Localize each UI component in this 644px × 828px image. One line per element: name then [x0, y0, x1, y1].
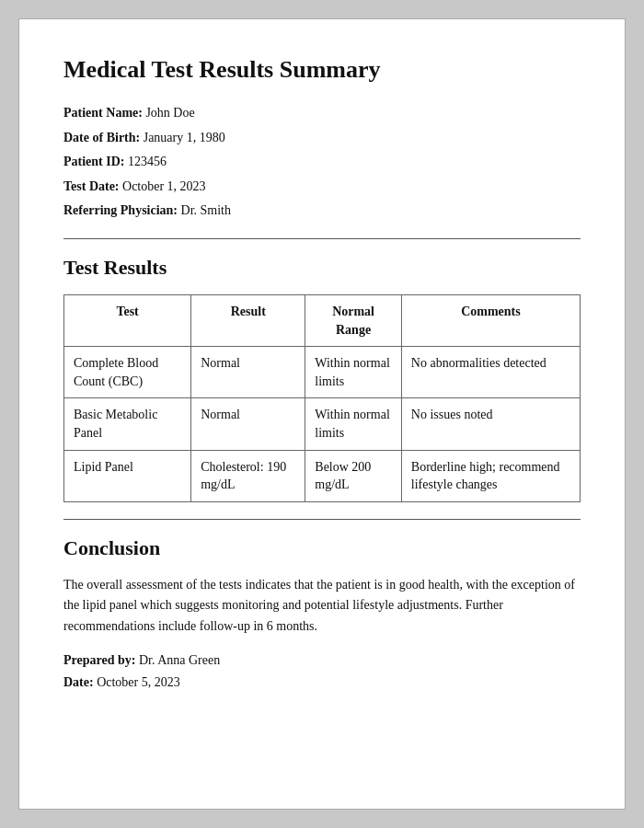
- page-container: Medical Test Results Summary Patient Nam…: [18, 18, 626, 810]
- test-date-label: Test Date:: [63, 179, 120, 193]
- patient-id-value: 123456: [128, 155, 167, 168]
- cell-normal_range-1: Within normal limits: [305, 398, 402, 450]
- cell-result-0: Normal: [191, 347, 305, 398]
- patient-name-row: Patient Name: John Doe: [63, 104, 581, 122]
- conclusion-date-row: Date: October 5, 2023: [63, 675, 581, 690]
- physician-label: Referring Physician:: [63, 203, 178, 217]
- cell-test-0: Complete Blood Count (CBC): [64, 347, 191, 398]
- conclusion-date-label: Date:: [63, 675, 94, 689]
- col-header-result: Result: [191, 294, 305, 346]
- cell-result-2: Cholesterol: 190 mg/dL: [191, 450, 305, 501]
- patient-dob-row: Date of Birth: January 1, 1980: [63, 129, 581, 147]
- prepared-by-label: Prepared by:: [63, 653, 135, 667]
- physician-row: Referring Physician: Dr. Smith: [63, 201, 581, 220]
- col-header-normal-range: Normal Range: [305, 294, 402, 346]
- patient-id-row: Patient ID: 123456: [63, 153, 581, 171]
- prepared-by-row: Prepared by: Dr. Anna Green: [63, 653, 581, 668]
- prepared-by-value: Dr. Anna Green: [139, 653, 220, 667]
- test-results-title: Test Results: [63, 256, 581, 280]
- page-title: Medical Test Results Summary: [63, 56, 581, 84]
- conclusion-date-value: October 5, 2023: [97, 675, 180, 689]
- test-date-value: October 1, 2023: [122, 179, 206, 193]
- patient-dob-value: January 1, 1980: [144, 131, 225, 144]
- cell-result-1: Normal: [191, 398, 305, 450]
- patient-info-section: Patient Name: John Doe Date of Birth: Ja…: [63, 104, 581, 220]
- cell-test-1: Basic Metabolic Panel: [64, 398, 191, 450]
- col-header-comments: Comments: [401, 294, 580, 346]
- divider-2: [63, 519, 581, 520]
- patient-name-label: Patient Name:: [63, 106, 143, 120]
- test-results-section: Test Results Test Result Normal Range Co…: [63, 256, 581, 502]
- divider-1: [63, 238, 581, 239]
- conclusion-text: The overall assessment of the tests indi…: [63, 575, 581, 637]
- col-header-test: Test: [64, 294, 191, 346]
- patient-id-label: Patient ID:: [63, 155, 125, 168]
- cell-comments-2: Borderline high; recommend lifestyle cha…: [401, 450, 580, 501]
- table-row: Lipid PanelCholesterol: 190 mg/dLBelow 2…: [64, 450, 581, 501]
- test-date-row: Test Date: October 1, 2023: [63, 178, 581, 196]
- table-header-row: Test Result Normal Range Comments: [64, 294, 581, 346]
- conclusion-title: Conclusion: [63, 536, 581, 560]
- results-table: Test Result Normal Range Comments Comple…: [63, 294, 581, 502]
- conclusion-section: Conclusion The overall assessment of the…: [63, 536, 581, 690]
- cell-comments-1: No issues noted: [401, 398, 580, 450]
- physician-value: Dr. Smith: [181, 203, 231, 217]
- patient-dob-label: Date of Birth:: [63, 131, 140, 144]
- cell-normal_range-2: Below 200 mg/dL: [305, 450, 402, 501]
- cell-comments-0: No abnormalities detected: [401, 347, 580, 398]
- cell-normal_range-0: Within normal limits: [305, 347, 402, 398]
- cell-test-2: Lipid Panel: [64, 450, 191, 501]
- table-row: Complete Blood Count (CBC)NormalWithin n…: [64, 347, 581, 398]
- table-row: Basic Metabolic PanelNormalWithin normal…: [64, 398, 581, 450]
- patient-name-value: John Doe: [145, 106, 194, 120]
